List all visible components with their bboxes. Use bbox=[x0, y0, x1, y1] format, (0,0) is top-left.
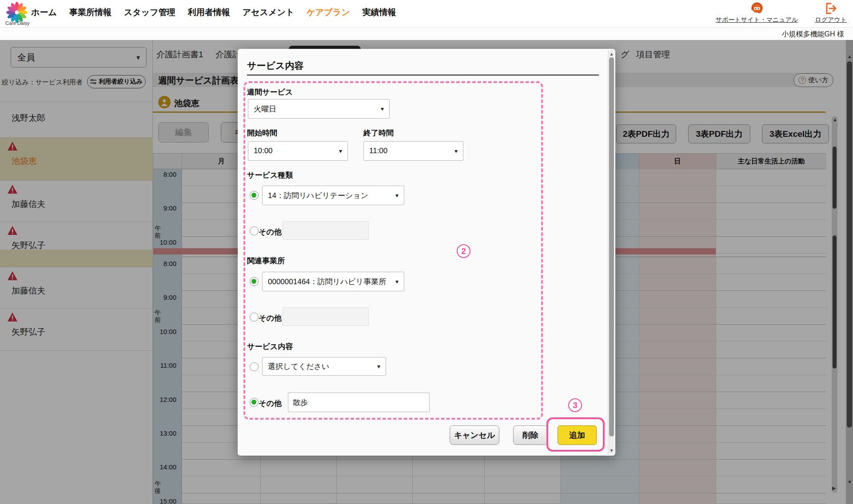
chevron-down-icon: ▾ bbox=[381, 105, 384, 112]
service-type-other-label: その他 bbox=[259, 227, 282, 237]
service-type-other-input[interactable] bbox=[283, 221, 369, 240]
end-time-select[interactable]: 11:00 ▾ bbox=[363, 141, 463, 161]
service-type-label: サービス種類 bbox=[247, 170, 293, 180]
account-strip: 小規模多機能GH 様 bbox=[0, 28, 853, 40]
service-content-label: サービス内容 bbox=[247, 341, 293, 352]
scroll-down-icon[interactable]: ▼ bbox=[609, 448, 614, 453]
service-content-other-radio[interactable] bbox=[250, 398, 259, 407]
screen: Care Daisy ホーム 事業所情報 スタッフ管理 利用者情報 アセスメント… bbox=[0, 0, 853, 504]
weekly-service-label: 週間サービス bbox=[247, 87, 293, 97]
service-content-select[interactable]: 選択してください ▾ bbox=[262, 357, 386, 376]
top-nav: Care Daisy ホーム 事業所情報 スタッフ管理 利用者情報 アセスメント… bbox=[0, 0, 853, 28]
related-office-other-radio[interactable] bbox=[250, 313, 259, 321]
support-site-label: サポートサイト・マニュアル bbox=[716, 16, 798, 24]
logout-link[interactable]: ログアウト bbox=[815, 2, 847, 24]
related-office-select[interactable]: 0000001464：訪問リハビリ事業所 ▾ bbox=[262, 272, 404, 291]
nav-item-assessment[interactable]: アセスメント bbox=[243, 7, 295, 18]
modal-scrollbar[interactable]: ▲ ▼ bbox=[608, 50, 614, 454]
logout-label: ログアウト bbox=[815, 16, 847, 24]
modal-delete-button[interactable]: 削除 bbox=[513, 425, 548, 445]
weekly-service-value: 火曜日 bbox=[254, 104, 276, 114]
nav-item-user-info[interactable]: 利用者情報 bbox=[188, 7, 230, 18]
logout-icon bbox=[825, 2, 837, 15]
start-time-label: 開始時間 bbox=[247, 128, 277, 138]
service-content-placeholder: 選択してください bbox=[268, 361, 329, 372]
related-office-other-input[interactable] bbox=[283, 307, 369, 326]
service-type-list-radio[interactable] bbox=[250, 191, 259, 200]
weekly-service-select[interactable]: 火曜日 ▾ bbox=[248, 99, 390, 119]
main-menu: ホーム 事業所情報 スタッフ管理 利用者情報 アセスメント ケアプラン 実績情報 bbox=[31, 7, 396, 18]
nav-item-office-info[interactable]: 事業所情報 bbox=[69, 7, 112, 18]
chevron-down-icon: ▾ bbox=[339, 147, 342, 155]
end-time-value: 11:00 bbox=[369, 147, 387, 155]
scrollbar-thumb[interactable] bbox=[609, 57, 614, 437]
scroll-up-icon[interactable]: ▲ bbox=[609, 52, 614, 56]
related-office-value: 0000001464：訪問リハビリ事業所 bbox=[268, 277, 386, 287]
support-headset-icon bbox=[750, 2, 764, 15]
brand-name: Care Daisy bbox=[5, 20, 29, 26]
annotation-number-2: 2 bbox=[457, 244, 470, 258]
chevron-down-icon: ▾ bbox=[395, 192, 399, 199]
nav-item-care-plan[interactable]: ケアプラン bbox=[307, 7, 350, 18]
related-office-other-label: その他 bbox=[259, 313, 282, 323]
service-content-other-label: その他 bbox=[259, 398, 282, 409]
related-office-label: 関連事業所 bbox=[247, 256, 285, 266]
chevron-down-icon: ▾ bbox=[454, 147, 458, 155]
modal-title: サービス内容 bbox=[247, 60, 303, 72]
account-name: 小規模多機能GH 様 bbox=[782, 30, 844, 39]
nav-right-links: サポートサイト・マニュアル ログアウト bbox=[716, 2, 847, 24]
annotation-number-3: 3 bbox=[568, 398, 582, 412]
modal-add-button[interactable]: 追加 bbox=[558, 425, 597, 445]
nav-item-home[interactable]: ホーム bbox=[31, 7, 57, 18]
nav-item-staff-mgmt[interactable]: スタッフ管理 bbox=[124, 7, 175, 18]
modal-cancel-button[interactable]: キャンセル bbox=[450, 425, 499, 445]
start-time-select[interactable]: 10:00 ▾ bbox=[248, 141, 348, 161]
nav-item-results[interactable]: 実績情報 bbox=[363, 7, 396, 18]
service-content-list-radio[interactable] bbox=[250, 362, 259, 371]
chevron-down-icon: ▾ bbox=[395, 278, 399, 285]
related-office-list-radio[interactable] bbox=[250, 277, 259, 286]
service-content-other-input[interactable] bbox=[288, 393, 430, 412]
service-type-other-radio[interactable] bbox=[250, 226, 259, 235]
title-underline bbox=[247, 75, 599, 75]
service-type-select[interactable]: 14：訪問リハビリテーション ▾ bbox=[262, 186, 404, 205]
service-content-modal: サービス内容 週間サービス 火曜日 ▾ 開始時間 終了時間 10:00 ▾ 11… bbox=[238, 49, 615, 456]
end-time-label: 終了時間 bbox=[363, 128, 394, 138]
service-type-value: 14：訪問リハビリテーション bbox=[268, 190, 368, 201]
start-time-value: 10:00 bbox=[254, 147, 273, 155]
support-site-link[interactable]: サポートサイト・マニュアル bbox=[716, 2, 798, 24]
chevron-down-icon: ▾ bbox=[377, 363, 380, 370]
